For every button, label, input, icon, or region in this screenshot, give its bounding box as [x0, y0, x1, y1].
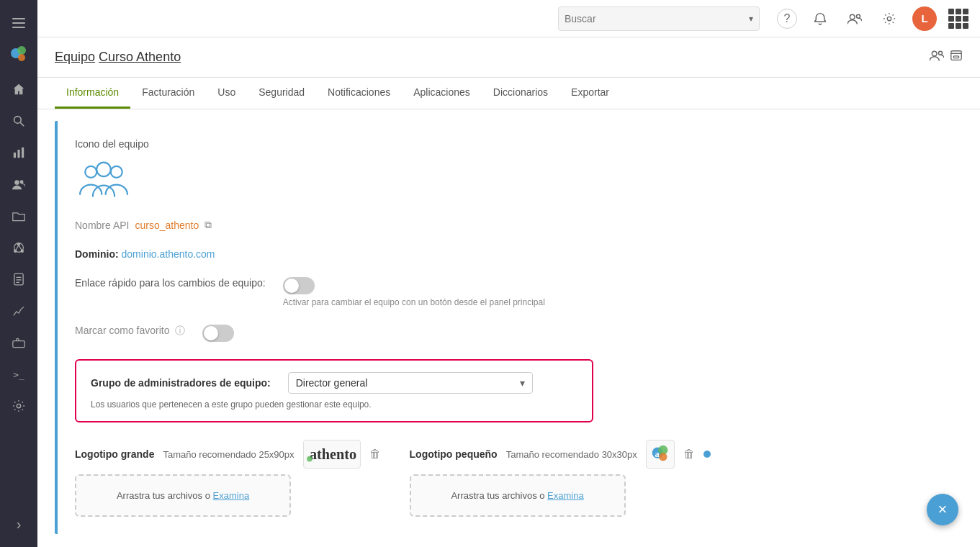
tab-seguridad[interactable]: Seguridad: [247, 78, 316, 109]
svg-point-14: [17, 243, 19, 245]
svg-point-15: [14, 250, 17, 252]
svg-rect-2: [12, 27, 25, 28]
sidebar-expand-btn[interactable]: ›: [11, 510, 27, 538]
user-avatar[interactable]: L: [912, 6, 937, 31]
drop-zone-small-link[interactable]: Examina: [547, 490, 584, 501]
tab-diccionarios[interactable]: Diccionarios: [482, 78, 559, 109]
help-btn[interactable]: ?: [777, 9, 797, 29]
svg-rect-23: [13, 341, 24, 348]
admin-group-row: Grupo de administradores de equipo: Dire…: [91, 372, 577, 394]
tab-exportar[interactable]: Exportar: [559, 78, 621, 109]
logo-large-delete-btn[interactable]: 🗑: [369, 448, 381, 461]
svg-point-34: [96, 163, 111, 177]
quick-link-toggle[interactable]: [283, 277, 315, 294]
team-icon-label: Icono del equipo: [75, 138, 945, 150]
svg-point-37: [307, 456, 313, 462]
sidebar-item-document[interactable]: [4, 265, 33, 294]
logo-small-delete-btn[interactable]: 🗑: [683, 448, 695, 461]
search-dropdown-btn[interactable]: ▾: [749, 14, 753, 24]
sidebar-item-chart[interactable]: [4, 138, 33, 167]
admin-group-label: Grupo de administradores de equipo:: [91, 377, 271, 389]
svg-line-17: [16, 245, 19, 250]
logo-small-dropzone[interactable]: Arrastra tus archivos o Examina: [410, 474, 626, 517]
logo-small-info-dot: [703, 451, 711, 458]
svg-point-35: [111, 166, 122, 178]
svg-point-11: [14, 180, 19, 185]
svg-point-26: [857, 14, 860, 18]
sidebar-item-users[interactable]: [4, 170, 33, 199]
admin-group-select[interactable]: Director general ▾: [288, 372, 533, 394]
svg-rect-10: [22, 148, 24, 158]
sidebar-item-terminal[interactable]: >_: [4, 360, 33, 389]
domain-link[interactable]: dominio.athento.com: [122, 248, 215, 260]
svg-text:a: a: [655, 449, 659, 459]
favorite-toggle[interactable]: [202, 325, 234, 342]
svg-point-40: [659, 453, 667, 461]
tab-facturacion[interactable]: Facturación: [130, 78, 206, 109]
svg-point-28: [932, 51, 937, 56]
admin-group-hint: Los usuarios que pertenecen a este grupo…: [91, 399, 577, 410]
logo-large-label: Logotipo grande: [75, 448, 154, 460]
team-config-btn[interactable]: [930, 49, 944, 65]
sidebar-item-folder[interactable]: [4, 202, 33, 230]
quick-link-row: Enlace rápido para los cambios de equipo…: [75, 277, 945, 307]
logo-small-label: Logotipo pequeño: [410, 448, 498, 460]
topbar: ▾ ? L: [37, 0, 980, 37]
sidebar-item-menu[interactable]: [4, 9, 33, 37]
svg-line-7: [20, 122, 24, 126]
page-header: Equipo Curso Athento: [37, 37, 980, 78]
topbar-actions: ? L: [777, 6, 968, 31]
sidebar-item-settings[interactable]: [4, 392, 33, 420]
svg-text:athento: athento: [309, 446, 356, 462]
team-icon-svg: [75, 158, 132, 202]
sidebar-item-analytics[interactable]: [4, 297, 33, 325]
quick-link-toggle-container: Activar para cambiar el equipo con un bo…: [283, 277, 545, 307]
drop-zone-large-link[interactable]: Examina: [213, 490, 250, 501]
search-container: ▾: [558, 6, 760, 31]
sidebar: >_ ›: [0, 0, 37, 547]
svg-point-16: [21, 250, 23, 252]
tabs: Información Facturación Uso Seguridad No…: [37, 78, 980, 109]
search-input[interactable]: [565, 13, 749, 24]
sidebar-item-network[interactable]: [4, 233, 33, 262]
drop-zone-small-text: Arrastra tus archivos o: [451, 490, 544, 501]
quick-link-hint: Activar para cambiar el equipo con un bo…: [283, 297, 545, 307]
svg-rect-30: [951, 51, 961, 60]
tab-informacion[interactable]: Información: [55, 78, 130, 109]
float-close-btn[interactable]: ×: [927, 494, 958, 525]
export-btn[interactable]: [950, 49, 963, 65]
tab-aplicaciones[interactable]: Aplicaciones: [402, 78, 482, 109]
logo-small-header: Logotipo pequeño Tamaño recomendado 30x3…: [410, 440, 711, 469]
svg-point-25: [850, 14, 855, 19]
tab-notificaciones[interactable]: Notificaciones: [316, 78, 402, 109]
logo-large-dropzone[interactable]: Arrastra tus archivos o Examina: [75, 474, 291, 517]
api-label: Nombre API: [75, 220, 129, 231]
svg-point-5: [18, 54, 25, 61]
app-settings-btn[interactable]: [878, 7, 901, 30]
apps-grid-btn[interactable]: [948, 9, 968, 29]
svg-line-18: [19, 245, 22, 250]
svg-rect-9: [17, 150, 19, 158]
svg-point-6: [14, 117, 22, 124]
domain-label: Dominio:: [75, 248, 119, 260]
copy-api-btn[interactable]: ⧉: [204, 219, 212, 231]
notifications-btn[interactable]: [809, 7, 832, 30]
sidebar-item-briefcase[interactable]: [4, 328, 33, 357]
main-area: ▾ ? L Equipo Curso Athento: [37, 0, 980, 547]
page-title: Equipo Curso Athento: [55, 50, 181, 76]
team-icon-section: Icono del equipo: [75, 138, 945, 202]
api-value: curso_athento: [135, 220, 199, 231]
svg-rect-8: [14, 153, 16, 158]
logo-large-size: Tamaño recomendado 25x90px: [163, 449, 294, 460]
svg-point-29: [939, 51, 943, 55]
sidebar-item-home[interactable]: [4, 75, 33, 104]
favorite-info-icon: ⓘ: [175, 325, 185, 336]
domain-row: Dominio: dominio.athento.com: [75, 248, 945, 260]
page-title-link[interactable]: Curso Athento: [99, 50, 181, 64]
logo-large-header: Logotipo grande Tamaño recomendado 25x90…: [75, 440, 381, 469]
sidebar-item-search[interactable]: [4, 107, 33, 135]
tab-uso[interactable]: Uso: [206, 78, 247, 109]
svg-point-27: [887, 17, 891, 20]
svg-point-33: [85, 166, 96, 178]
team-users-btn[interactable]: [843, 7, 866, 30]
